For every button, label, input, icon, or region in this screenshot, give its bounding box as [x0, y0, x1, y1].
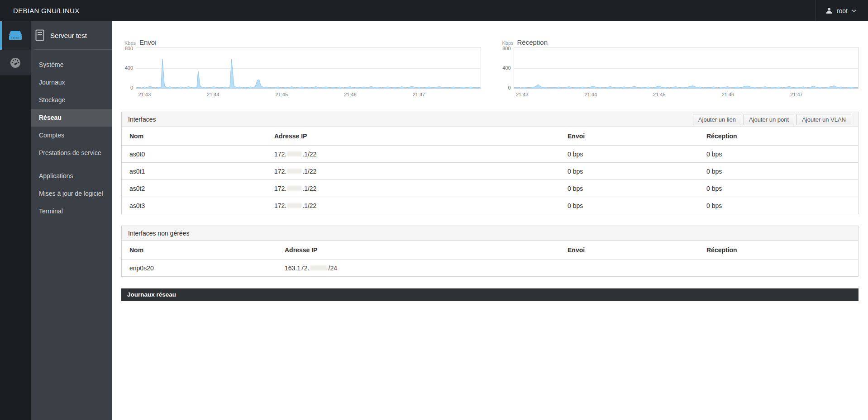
machine-strip — [0, 21, 31, 420]
interface-envoi: 0 bps — [560, 146, 699, 163]
interface-envoi: 0 bps — [560, 180, 699, 197]
x-tick: 21:45 — [653, 92, 666, 97]
sidebar-item-syst-me[interactable]: Système — [31, 56, 112, 74]
table-row[interactable]: enp0s20163.172./24 — [122, 260, 858, 277]
sidebar-item-terminal[interactable]: Terminal — [31, 203, 112, 220]
interface-envoi: 0 bps — [560, 197, 699, 214]
redacted-ip-segment — [287, 169, 302, 174]
col-header-ip: Adresse IP — [277, 241, 560, 260]
x-axis: 21:4321:4421:4521:4621:47 — [136, 89, 481, 98]
sidebar-item-journaux[interactable]: Journaux — [31, 74, 112, 91]
interface-ip: 172..1/22 — [267, 146, 560, 163]
chart-reception: Kbps Réception 800 400 0 21:4321:4421:45 — [499, 38, 859, 98]
dashboard-tab[interactable] — [0, 50, 31, 76]
sidebar-item-mises-jour-de-logiciel[interactable]: Mises à jour de logiciel — [31, 185, 112, 203]
interface-ip: 172..1/22 — [267, 180, 560, 197]
ajouter-un-lien-button[interactable]: Ajouter un lien — [693, 114, 741, 125]
interface-envoi — [560, 260, 699, 277]
redacted-ip-segment — [287, 186, 302, 191]
redacted-ip-segment — [287, 203, 302, 208]
x-tick: 21:44 — [585, 92, 597, 97]
interface-reception — [699, 260, 858, 277]
interface-ip: 163.172./24 — [277, 260, 560, 277]
interfaces-table: Nom Adresse IP Envoi Réception as0t0172.… — [122, 127, 858, 214]
table-row[interactable]: as0t0172..1/220 bps0 bps — [122, 146, 858, 163]
sidebar-item-comptes[interactable]: Comptes — [31, 127, 112, 144]
table-row[interactable]: as0t3172..1/220 bps0 bps — [122, 197, 858, 214]
interface-ip: 172..1/22 — [267, 197, 560, 214]
user-menu[interactable]: root — [815, 0, 868, 21]
x-tick: 21:45 — [276, 92, 288, 97]
brand-title: DEBIAN GNU/LINUX — [0, 7, 80, 14]
sidebar-item-applications[interactable]: Applications — [31, 167, 112, 185]
ajouter-un-vlan-button[interactable]: Ajouter un VLAN — [796, 114, 851, 125]
x-tick: 21:46 — [722, 92, 734, 97]
y-tick: 0 — [130, 85, 133, 90]
ajouter-un-pont-button[interactable]: Ajouter un pont — [744, 114, 794, 125]
chart-unit-label: Kbps — [499, 40, 516, 46]
interface-name: enp0s20 — [122, 260, 277, 277]
main-content: Kbps Envoi 800 400 0 21:4321:4421:4521:4 — [112, 21, 868, 420]
y-tick: 800 — [502, 46, 510, 51]
traffic-charts: Kbps Envoi 800 400 0 21:4321:4421:4521:4 — [121, 38, 858, 98]
interface-reception: 0 bps — [699, 180, 858, 197]
chart-plot-area — [514, 47, 859, 89]
x-tick: 21:47 — [790, 92, 803, 97]
sidebar-item-r-seau[interactable]: Réseau — [31, 109, 112, 127]
col-header-nom: Nom — [122, 127, 267, 146]
interfaces-panel: Interfaces Ajouter un lienAjouter un pon… — [121, 112, 858, 214]
area-series — [514, 47, 858, 89]
col-header-envoi: Envoi — [560, 127, 699, 146]
y-tick: 800 — [125, 46, 133, 51]
x-tick: 21:44 — [207, 92, 219, 97]
col-header-ip: Adresse IP — [267, 127, 560, 146]
y-tick: 400 — [502, 65, 510, 71]
interface-reception: 0 bps — [699, 146, 858, 163]
chart-title: Réception — [517, 38, 548, 46]
host-tab[interactable] — [0, 21, 31, 50]
interface-envoi: 0 bps — [560, 163, 699, 180]
interface-name: as0t0 — [122, 146, 267, 163]
chart-title: Envoi — [139, 38, 157, 46]
x-tick: 21:43 — [138, 92, 151, 97]
masthead: DEBIAN GNU/LINUX root — [0, 0, 868, 21]
interface-reception: 0 bps — [699, 163, 858, 180]
table-row[interactable]: as0t1172..1/220 bps0 bps — [122, 163, 858, 180]
chart-envoi: Kbps Envoi 800 400 0 21:4321:4421:4521:4 — [121, 38, 481, 98]
network-logs-header: Journaux réseau — [121, 288, 858, 301]
unmanaged-interfaces-table: Nom Adresse IP Envoi Réception enp0s2016… — [122, 241, 858, 276]
y-tick: 400 — [125, 65, 133, 71]
col-header-envoi: Envoi — [560, 241, 699, 260]
x-tick: 21:47 — [413, 92, 425, 97]
table-row[interactable]: as0t2172..1/220 bps0 bps — [122, 180, 858, 197]
y-axis: 800 400 0 — [499, 47, 514, 89]
interface-ip: 172..1/22 — [267, 163, 560, 180]
panel-title: Interfaces non gérées — [128, 230, 189, 237]
host-name: Serveur test — [50, 32, 87, 39]
y-axis: 800 400 0 — [121, 47, 136, 89]
sidebar-item-stockage[interactable]: Stockage — [31, 91, 112, 109]
interface-name: as0t1 — [122, 163, 267, 180]
panel-title: Interfaces — [128, 116, 156, 123]
redacted-ip-segment — [287, 151, 302, 156]
sidebar-item-prestations-de-service[interactable]: Prestations de service — [31, 144, 112, 162]
interface-name: as0t3 — [122, 197, 267, 214]
panel-actions: Ajouter un lienAjouter un pontAjouter un… — [693, 114, 851, 125]
chevron-down-icon — [852, 9, 856, 12]
x-axis: 21:4321:4421:4521:4621:47 — [514, 89, 859, 98]
redacted-ip-segment — [310, 265, 328, 270]
y-tick: 0 — [508, 85, 510, 90]
chart-unit-label: Kbps — [121, 40, 138, 46]
interface-reception: 0 bps — [699, 197, 858, 214]
col-header-reception: Réception — [699, 241, 858, 260]
host-header: Serveur test — [31, 21, 112, 49]
sidebar: Serveur test SystèmeJournauxStockageRése… — [31, 21, 112, 420]
server-icon — [9, 31, 22, 40]
x-tick: 21:43 — [516, 92, 529, 97]
dashboard-icon — [9, 57, 22, 69]
x-tick: 21:46 — [344, 92, 357, 97]
col-header-nom: Nom — [122, 241, 277, 260]
sidebar-nav: SystèmeJournauxStockageRéseauComptesPres… — [31, 50, 112, 220]
area-series — [136, 47, 481, 89]
server-tower-icon — [35, 29, 44, 41]
